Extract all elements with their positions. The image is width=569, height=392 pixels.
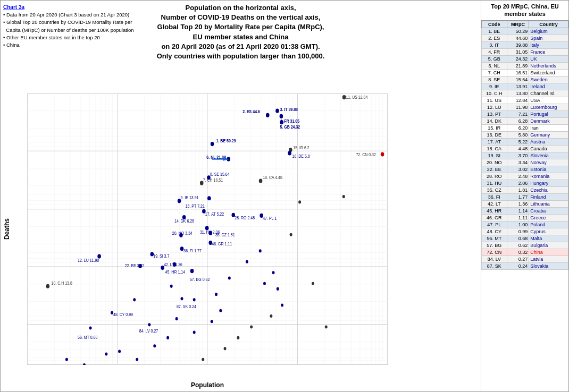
cell-country-CY: Cyprus (529, 228, 568, 235)
point-ES (266, 113, 270, 117)
cell-code-CH: 7. CH (482, 69, 507, 76)
cell-mrpc-FR: 31.05 (507, 48, 529, 55)
svg-text:11. US 12.84: 11. US 12.84 (346, 95, 368, 100)
cell-code-GR: 46. GR (482, 214, 507, 221)
svg-text:57. BG 0.62: 57. BG 0.62 (190, 277, 210, 282)
cell-mrpc-GB: 24.32 (507, 55, 529, 62)
extra-dot-2 (118, 350, 121, 353)
extra-dot-5 (166, 336, 169, 339)
cell-country-EE: Estonia (529, 166, 568, 173)
cell-mrpc-CA: 4.48 (507, 145, 529, 152)
sidebar-row-DK: 14. DK6.28Denmark (482, 117, 568, 124)
svg-text:10. C.H 13.8: 10. C.H 13.8 (51, 280, 72, 286)
sidebar-row-HU: 31. HU2.06Hungary (482, 180, 568, 186)
extra-dot-42 (270, 314, 272, 318)
cell-country-AT: Austria (529, 138, 568, 145)
cell-country-NL: Netherlands (529, 62, 568, 69)
point-HR (173, 262, 177, 267)
cell-country-CN: China (529, 249, 568, 255)
chart-id: Chart 3a (3, 3, 134, 11)
cell-country-HU: Hungary (529, 180, 568, 186)
col-code: Code (482, 21, 507, 28)
extra-dot-20 (312, 282, 314, 285)
extra-dot-11 (215, 293, 217, 296)
cell-code-RO: 28. RO (482, 173, 507, 180)
extra-dot-36 (250, 325, 253, 328)
sidebar-row-IE: 9. IE13.91Ireland (482, 83, 568, 90)
cell-code-NL: 6. NL (482, 62, 507, 69)
extra-dot-41 (133, 298, 136, 301)
chart-legend: Chart 3a • Data from 20 Apr 2020 (Chart … (3, 3, 134, 49)
cell-country-SE: Sweden (529, 76, 568, 83)
chart-area: Chart 3a • Data from 20 Apr 2020 (Chart … (1, 1, 481, 391)
cell-code-MT: 56. MT (482, 235, 507, 242)
cell-code-CY: 48. CY (482, 228, 507, 235)
cell-mrpc-LT: 1.36 (507, 200, 529, 207)
svg-text:46. GR 1.11: 46. GR 1.11 (212, 241, 232, 246)
cell-code-DK: 14. DK (482, 117, 507, 124)
cell-mrpc-DK: 6.28 (507, 117, 529, 124)
cell-country-ES: Spain (529, 35, 568, 41)
cell-country-DK: Denmark (529, 117, 568, 124)
cell-mrpc-ES: 44.60 (507, 35, 529, 41)
sidebar-row-SI: 19. SI3.70Slovenia (482, 152, 568, 159)
svg-text:20. NO 3.34: 20. NO 3.34 (172, 231, 193, 236)
cell-code-LU: 12. LU (482, 104, 507, 110)
sidebar-table: Code MRpC Country 1. BE50.29Belgium2. ES… (481, 21, 568, 270)
cell-mrpc-PT: 7.21 (507, 110, 529, 117)
cell-mrpc-SK: 0.24 (507, 262, 529, 269)
extra-dot-34 (224, 347, 227, 350)
cell-mrpc-IT: 39.88 (507, 41, 529, 48)
cell-code-EE: 22. EE (482, 166, 507, 173)
svg-text:45. HR 1.14: 45. HR 1.14 (165, 270, 186, 275)
cell-code-HU: 31. HU (482, 180, 507, 186)
svg-text:48. CY 0.99: 48. CY 0.99 (113, 312, 133, 317)
extra-dot-1 (105, 352, 107, 355)
svg-text:56. MT 0.68: 56. MT 0.68 (78, 335, 98, 340)
extra-dot-14 (259, 249, 262, 252)
cell-mrpc-NL: 21.89 (507, 62, 529, 69)
svg-text:9. IE 13.91: 9. IE 13.91 (181, 195, 199, 201)
legend-line2: • Global Top 20 countries by COVID-19 Mo… (3, 19, 134, 26)
extra-dot-35 (237, 336, 239, 339)
cell-code-SE: 8. SE (482, 76, 507, 83)
svg-text:84. LV 0.27: 84. LV 0.27 (139, 328, 158, 334)
cell-code-DE: 16. DE (482, 131, 507, 138)
sidebar-row-PT: 13. PT7.21Portugal (482, 110, 568, 117)
cell-code-CZ: 35. CZ (482, 186, 507, 193)
x-axis-label: Population (27, 381, 388, 389)
cell-country-LV: Latvia (529, 255, 568, 262)
cell-mrpc-HR: 1.14 (507, 207, 529, 214)
cell-country-BE: Belgium (529, 28, 568, 35)
cell-code-CN: 72. CN (482, 249, 507, 255)
cell-mrpc-BG: 0.62 (507, 242, 529, 249)
cell-code-PL: 47. PL (482, 221, 507, 228)
svg-text:15. IR 6.2: 15. IR 6.2 (293, 146, 309, 151)
point-CA (259, 178, 263, 183)
legend-line3: Capita (MRpC) or Number of deaths per 10… (3, 27, 134, 34)
cell-code-IR: 15. IR (482, 124, 507, 131)
cell-code-LV: 84. LV (482, 255, 507, 262)
extra-dot-4 (153, 344, 156, 347)
cell-mrpc-GR: 1.11 (507, 214, 529, 221)
sidebar-row-SK: 87. SK0.24Slovakia (482, 262, 568, 269)
cell-country-PL: Poland (529, 221, 568, 228)
point-PT (207, 196, 211, 200)
point-SK (181, 297, 183, 300)
cell-code-LT: 42. LT (482, 200, 507, 207)
sidebar-title: Top 20 MRpC, China, EU member states (481, 1, 568, 21)
sidebar-row-NO: 20. NO3.34Norway (482, 159, 568, 166)
cell-code-ES: 2. ES (482, 35, 507, 41)
cell-country-IE: Ireland (529, 83, 568, 90)
title-line6: Only countries with population larger th… (1, 52, 481, 61)
sidebar-row-CZ: 35. CZ1.81Czechia (482, 186, 568, 193)
extra-dot-15 (263, 282, 266, 285)
extra-dot-22 (342, 195, 345, 198)
cell-mrpc-FI: 1.77 (507, 193, 529, 200)
cell-mrpc-SI: 3.70 (507, 152, 529, 159)
extra-dot-33 (202, 358, 204, 361)
sidebar-row-BE: 1. BE50.29Belgium (482, 28, 568, 35)
sidebar-row-PL: 47. PL1.00Poland (482, 221, 568, 228)
cell-country-NO: Norway (529, 159, 568, 166)
svg-text:22. EE 3.02: 22. EE 3.02 (125, 263, 145, 268)
